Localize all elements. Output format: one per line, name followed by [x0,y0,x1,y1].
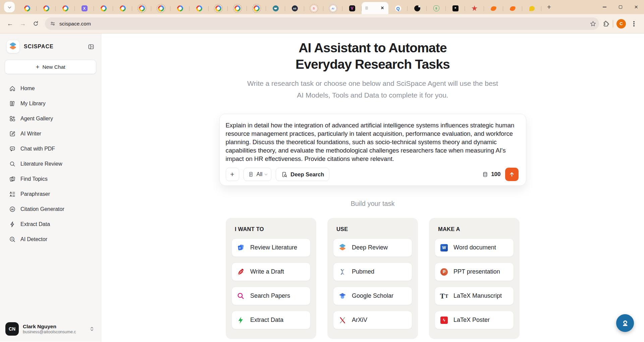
credits-icon [482,171,488,178]
browser-tab[interactable] [17,3,37,14]
sidebar-item-extract-data[interactable]: Extract Data [0,217,101,232]
card-button-label: Review Literature [250,244,297,251]
browser-tab[interactable] [503,3,522,14]
word-document-button[interactable]: Word document [435,238,514,257]
minimize-button[interactable] [597,0,612,14]
svg-text:66: 66 [11,208,14,210]
pubmed-icon [338,268,346,276]
browser-tab[interactable]: AS [285,3,304,14]
scispace-logo-icon[interactable] [7,40,19,53]
browser-tab[interactable] [484,3,503,14]
browser-tab[interactable] [465,3,484,14]
write-a-draft-button[interactable]: Write a Draft [231,263,311,281]
browser-tab[interactable] [408,3,427,14]
sidebar-item-ai-writer[interactable]: AI Writer [0,126,101,141]
sidebar-item-home[interactable]: Home [0,81,101,96]
axiom-favicon: X [82,5,88,11]
browser-tab[interactable]: S [304,3,323,14]
browser-tab[interactable] [209,3,228,14]
address-bar[interactable]: scispace.com [45,17,599,30]
card-button-label: Write a Draft [250,268,284,275]
tab-close-icon[interactable] [379,5,385,11]
forward-button[interactable] [17,18,29,30]
browser-tab[interactable] [522,3,541,14]
card-button-label: LaTeX Manuscript [453,292,502,299]
support-chat-button[interactable] [616,314,634,332]
browser-tab[interactable]: Q [388,3,408,14]
sidebar-item-my-library[interactable]: My Library [0,96,101,111]
card-button-label: PPT presentation [453,268,500,275]
back-button[interactable] [4,18,16,30]
review-literature-button[interactable]: Review Literature [231,238,311,257]
browser-tab[interactable]: AI [323,3,342,14]
pubmed-button[interactable]: Pubmed [333,263,412,281]
browser-tab[interactable]: V [342,3,362,14]
sidebar-item-label: AI Writer [20,131,41,137]
sidebar-collapse-button[interactable] [88,44,94,50]
deep-search-button[interactable]: Deep Search [276,168,329,181]
svg-text:AI: AI [11,238,13,240]
google-favicon [196,5,202,11]
sidebar-item-find-topics[interactable]: Find Topics [0,171,101,186]
latex-manuscript-button[interactable]: LaTeX Manuscript [435,287,514,305]
google-scholar-button[interactable]: Google Scholar [333,287,412,305]
extract-data-button[interactable]: Extract Data [231,311,311,329]
sidebar-item-chat-with-pdf[interactable]: Chat with PDF [0,141,101,156]
agent-gallery-icon [9,115,16,122]
browser-tab[interactable] [37,3,56,14]
bookmark-star-icon[interactable] [590,20,596,27]
browser-tab[interactable] [228,3,247,14]
browser-menu-icon[interactable] [633,23,635,24]
sidebar-item-agent-gallery[interactable]: Agent Gallery [0,111,101,126]
library-icon [9,100,16,107]
browser-tab[interactable] [113,3,132,14]
reload-button[interactable] [30,18,42,30]
browser-tab[interactable] [190,3,209,14]
browser-tab[interactable] [247,3,266,14]
column-header: I WANT TO [235,226,311,232]
search-papers-button[interactable]: Search Papers [231,287,311,305]
v-app-favicon: V [349,5,355,11]
site-settings-icon[interactable] [50,21,56,27]
browser-tab[interactable]: $ [427,3,446,14]
deep-review-button[interactable]: Deep Review [333,238,412,257]
profile-switcher-icon[interactable] [89,326,95,332]
browser-tab[interactable] [94,3,113,14]
extensions-icon[interactable] [602,20,609,27]
browser-tab[interactable] [56,3,75,14]
arxiv-button[interactable]: ArXiV [333,311,412,329]
google-dashed-favicon [139,5,145,11]
source-filter-label: All [257,171,263,177]
browser-tab[interactable] [266,3,285,14]
sidebar-item-paraphraser[interactable]: Paraphraser [0,186,101,202]
sidebar: SCISPACE New Chat Home My Library Agent … [0,34,101,342]
browser-tab[interactable] [170,3,190,14]
moneybag-app-favicon: $ [433,5,439,11]
source-filter-dropdown[interactable]: All [244,168,272,181]
chevron-down-icon [8,5,11,8]
active-tab-scispace[interactable] [362,2,388,14]
google-favicon [62,5,68,11]
write-draft-icon [237,268,245,276]
profile-section[interactable]: CN Clark Nguyen business@aitoolsconsume.… [0,318,101,342]
browser-tab[interactable]: * [446,3,465,14]
submit-button[interactable] [505,168,519,181]
attach-button[interactable] [226,168,239,181]
browser-profile-avatar[interactable]: C [616,19,626,28]
latex-poster-button[interactable]: LaTeX Poster [435,311,514,329]
ppt-presentation-button[interactable]: PPT presentation [435,263,514,281]
deep-search-label: Deep Search [290,171,324,178]
maximize-button[interactable] [612,0,628,14]
new-tab-button[interactable] [544,2,554,12]
tab-search-button[interactable] [4,2,15,12]
sidebar-item-ai-detector[interactable]: AI AI Detector [0,232,101,247]
sidebar-item-citation-generator[interactable]: 66 Citation Generator [0,202,101,217]
google-favicon [177,5,183,11]
new-chat-button[interactable]: New Chat [5,60,96,74]
prompt-input[interactable]: Explain in detail how the integration of… [226,121,519,163]
browser-tab[interactable] [132,3,151,14]
browser-tab[interactable] [151,3,170,14]
close-window-button[interactable] [628,0,644,14]
browser-tab[interactable]: X [75,3,94,14]
sidebar-item-literature-review[interactable]: Literature Review [0,156,101,171]
